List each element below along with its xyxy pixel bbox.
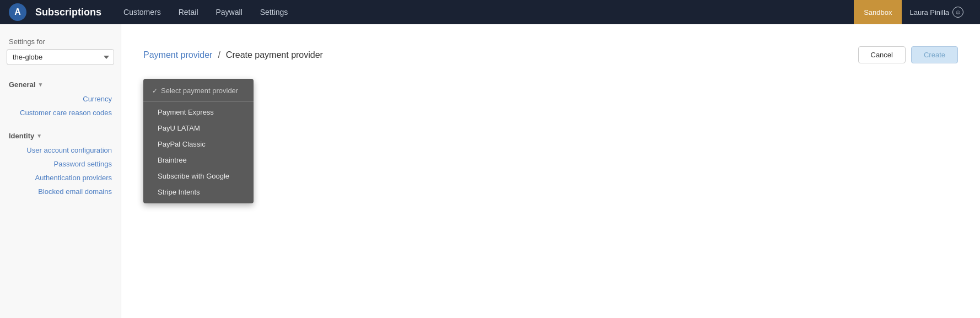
nav-paywall[interactable]: Paywall [216, 8, 243, 17]
app-name: Subscriptions [35, 7, 101, 18]
sidebar-link-customer-care[interactable]: Customer care reason codes [0, 106, 121, 120]
sidebar: Settings for the-globe General ▼ Currenc… [0, 24, 121, 318]
create-button[interactable]: Create [911, 46, 958, 63]
user-name: Laura Pinilla [909, 8, 949, 17]
dropdown-divider [143, 101, 254, 102]
dropdown-item-payu-latam[interactable]: PayU LATAM [143, 120, 254, 136]
dropdown-item-payment-express[interactable]: Payment Express [143, 104, 254, 120]
nav-links: Customers Retail Paywall Settings [123, 8, 854, 17]
dropdown-placeholder-text: Select payment provider [161, 87, 238, 95]
breadcrumb-separator: / [218, 50, 220, 60]
nav-customers[interactable]: Customers [123, 8, 161, 17]
general-section-label: General [9, 80, 35, 89]
check-icon: ✓ [152, 87, 158, 95]
app-logo[interactable]: A [9, 3, 26, 21]
dropdown-item-braintree[interactable]: Braintree [143, 152, 254, 168]
topnav-right: Sandbox Laura Pinilla ☺ [854, 0, 971, 24]
dropdown-menu[interactable]: ✓ Select payment provider Payment Expres… [143, 79, 254, 203]
dropdown-item-subscribe-google[interactable]: Subscribe with Google [143, 168, 254, 184]
nav-settings[interactable]: Settings [260, 8, 288, 17]
cancel-button[interactable]: Cancel [858, 46, 906, 63]
logo-letter: A [14, 7, 21, 17]
general-chevron-icon: ▼ [37, 82, 43, 88]
sidebar-select-container: the-globe [0, 49, 121, 76]
page-container: Settings for the-globe General ▼ Currenc… [0, 24, 980, 318]
action-buttons: Cancel Create [858, 46, 959, 63]
dropdown-item-paypal-classic[interactable]: PayPal Classic [143, 136, 254, 152]
sandbox-button[interactable]: Sandbox [854, 0, 902, 24]
user-avatar-icon: ☺ [952, 7, 963, 18]
sidebar-link-currency[interactable]: Currency [0, 92, 121, 106]
dropdown-placeholder: ✓ Select payment provider [143, 82, 254, 99]
user-menu-button[interactable]: Laura Pinilla ☺ [902, 0, 971, 24]
nav-retail[interactable]: Retail [179, 8, 198, 17]
general-section-header[interactable]: General ▼ [0, 76, 121, 92]
breadcrumb-current: Create payment provider [226, 50, 323, 60]
breadcrumb-row: Payment provider / Create payment provid… [143, 46, 958, 63]
topnav: A Subscriptions Customers Retail Paywall… [0, 0, 980, 24]
dropdown-item-stripe-intents[interactable]: Stripe Intents [143, 184, 254, 200]
site-select[interactable]: the-globe [7, 49, 114, 65]
identity-section-label: Identity [9, 132, 34, 140]
breadcrumb-payment-provider-link[interactable]: Payment provider [143, 50, 212, 60]
settings-for-label: Settings for [0, 37, 121, 49]
identity-chevron-icon: ▼ [36, 133, 42, 139]
sidebar-link-blocked-email[interactable]: Blocked email domains [0, 185, 121, 198]
payment-provider-dropdown-container: ✓ Select payment provider Payment Expres… [143, 79, 254, 203]
sidebar-link-auth-providers[interactable]: Authentication providers [0, 171, 121, 185]
sidebar-link-password-settings[interactable]: Password settings [0, 157, 121, 171]
sidebar-link-user-account[interactable]: User account configuration [0, 143, 121, 157]
identity-section-header[interactable]: Identity ▼ [0, 127, 121, 143]
main-content: Payment provider / Create payment provid… [121, 24, 980, 318]
